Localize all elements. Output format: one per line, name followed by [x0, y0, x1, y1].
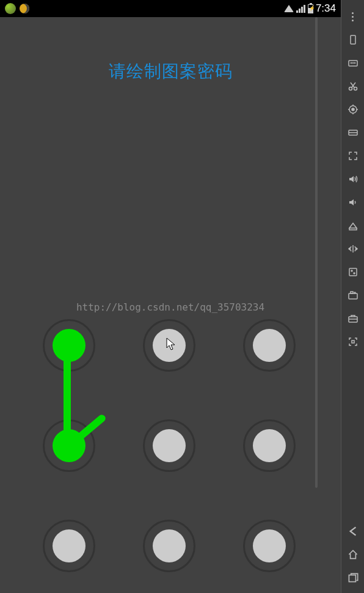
emulator-scrollbar[interactable]	[315, 17, 318, 488]
briefcase-icon	[347, 312, 359, 325]
list-icon	[347, 127, 359, 139]
volume-up-icon	[347, 173, 359, 185]
pattern-dot-7[interactable]	[43, 520, 95, 572]
briefcase-button[interactable]	[341, 307, 365, 330]
scan-icon	[347, 336, 359, 348]
volume-up-button[interactable]	[341, 168, 365, 191]
svg-rect-0	[351, 35, 355, 44]
location-button[interactable]	[341, 98, 365, 121]
battery-charging-icon	[308, 4, 313, 13]
notification-moon-icon	[20, 4, 29, 13]
more-icon	[352, 12, 354, 21]
rotate-button[interactable]	[341, 28, 365, 51]
pattern-prompt-title: 请绘制图案密码	[0, 17, 341, 83]
pattern-dot-8[interactable]	[143, 520, 195, 572]
svg-rect-13	[349, 293, 357, 299]
shake-button[interactable]	[341, 237, 365, 260]
scissors-icon	[347, 80, 359, 92]
fullscreen-button[interactable]	[341, 144, 365, 168]
pattern-dot-3[interactable]	[243, 319, 296, 372]
pattern-line	[64, 347, 71, 451]
volume-down-icon	[347, 196, 359, 208]
more-button[interactable]	[341, 5, 365, 28]
keyboard-icon	[347, 57, 359, 69]
touch-button[interactable]	[341, 260, 365, 284]
touch-icon	[347, 266, 359, 278]
mouse-cursor-icon	[166, 337, 177, 352]
nav-recent-button[interactable]	[341, 566, 365, 589]
android-status-bar: 7:34	[0, 0, 341, 17]
pattern-lock-grid[interactable]	[31, 306, 311, 593]
list-button[interactable]	[341, 121, 365, 144]
pattern-dot-6[interactable]	[243, 419, 296, 472]
svg-point-5	[349, 87, 352, 90]
recent-icon	[346, 571, 360, 584]
svg-point-6	[354, 87, 357, 90]
signal-icon	[296, 4, 305, 13]
camera-icon	[347, 289, 359, 301]
svg-rect-17	[352, 341, 354, 343]
home-icon	[346, 548, 360, 561]
keyboard-button[interactable]	[341, 51, 365, 75]
status-clock: 7:34	[316, 2, 336, 15]
scan-button[interactable]	[341, 330, 365, 353]
camera-button[interactable]	[341, 284, 365, 307]
svg-point-3	[352, 63, 353, 64]
emulator-screen: 7:34 请绘制图案密码 http://blog.csdn.net/qq_357…	[0, 0, 341, 593]
svg-point-15	[354, 292, 355, 293]
pattern-dot-5[interactable]	[143, 419, 195, 472]
svg-rect-18	[349, 575, 355, 582]
back-icon	[346, 525, 360, 538]
emulator-toolbar	[341, 0, 364, 593]
svg-rect-10	[349, 268, 357, 276]
apk-button[interactable]	[341, 214, 365, 237]
lock-screen-content: 请绘制图案密码 http://blog.csdn.net/qq_35703234	[0, 17, 341, 593]
rotate-icon	[347, 34, 359, 46]
svg-point-12	[354, 273, 355, 274]
svg-point-2	[351, 63, 351, 64]
wifi-icon	[284, 5, 294, 12]
expand-icon	[347, 150, 359, 162]
status-right: 7:34	[284, 2, 336, 15]
volume-down-button[interactable]	[341, 191, 365, 214]
shake-icon	[347, 243, 359, 255]
svg-point-8	[352, 108, 354, 111]
apk-icon	[347, 219, 359, 232]
status-left	[5, 3, 29, 14]
pattern-dot-9[interactable]	[243, 520, 296, 572]
nav-back-button[interactable]	[341, 520, 365, 543]
target-icon	[347, 103, 359, 116]
svg-rect-14	[351, 292, 353, 293]
svg-point-11	[351, 270, 352, 271]
nav-home-button[interactable]	[341, 543, 365, 566]
svg-point-4	[354, 63, 355, 64]
cut-button[interactable]	[341, 75, 365, 98]
notification-app-icon	[5, 3, 16, 14]
